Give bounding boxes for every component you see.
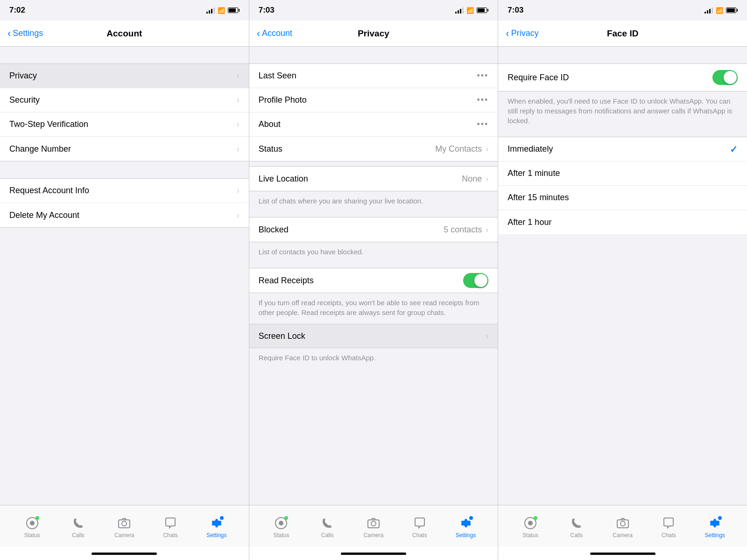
require-faceid-toggle[interactable] (712, 70, 738, 85)
screen-lock-label: Screen Lock (259, 331, 305, 341)
privacy-main-list: Last Seen ••• Profile Photo ••• About ••… (249, 63, 498, 161)
signal-2 (455, 7, 464, 14)
tab-bars: Status Calls Camera (0, 505, 747, 547)
tab-status-1[interactable]: Status (18, 516, 46, 539)
live-location-label: Live Location (259, 174, 308, 184)
request-account-label: Request Account Info (9, 186, 89, 196)
tab-bar-3: Status Calls Camera (498, 505, 747, 547)
time-2: 7:03 (259, 6, 275, 15)
last-seen-dots: ••• (477, 71, 488, 81)
back-arrow-account: ‹ (257, 28, 260, 39)
tab-chats-3[interactable]: Chats (655, 516, 683, 539)
camera-icon-3 (616, 516, 630, 530)
spacer-3b (498, 132, 747, 137)
tab-status-3[interactable]: Status (516, 516, 544, 539)
change-number-item[interactable]: Change Number › (0, 137, 249, 161)
status-icon-1 (25, 516, 39, 530)
tab-calls-2[interactable]: Calls (313, 516, 341, 539)
camera-label-1: Camera (114, 532, 134, 539)
request-account-item[interactable]: Request Account Info › (0, 179, 249, 203)
screen-lock-desc: Require Face ID to unlock WhatsApp. (249, 348, 498, 369)
last-seen-item[interactable]: Last Seen ••• (249, 64, 498, 88)
security-value: › (237, 95, 240, 105)
status-label-2: Status (273, 532, 289, 539)
status-privacy-value: My Contacts (435, 144, 482, 154)
two-step-label: Two-Step Verification (9, 119, 88, 129)
after-15min-option[interactable]: After 15 minutes (498, 186, 747, 210)
status-icons-1: 📶 (206, 7, 240, 14)
live-location-desc: List of chats where you are sharing your… (249, 191, 498, 212)
back-label-settings: Settings (13, 28, 43, 38)
security-item[interactable]: Security › (0, 88, 249, 112)
after-1min-label: After 1 minute (507, 168, 560, 178)
camera-icon-1 (117, 516, 131, 530)
blocked-item[interactable]: Blocked 5 contacts › (249, 217, 498, 242)
status-item[interactable]: Status My Contacts › (249, 137, 498, 161)
back-to-privacy[interactable]: ‹ Privacy (506, 28, 538, 39)
home-bar-3 (590, 553, 655, 555)
tab-calls-3[interactable]: Calls (563, 516, 591, 539)
change-number-value: › (237, 144, 240, 154)
calls-icon-3 (570, 516, 584, 530)
spacer-2a (249, 47, 498, 63)
chats-icon-1 (163, 516, 177, 530)
after-1hr-option[interactable]: After 1 hour (498, 210, 747, 234)
tab-chats-1[interactable]: Chats (156, 516, 184, 539)
screen-lock-item[interactable]: Screen Lock › (249, 324, 498, 348)
tab-camera-1[interactable]: Camera (110, 516, 138, 539)
chats-icon-3 (662, 516, 676, 530)
tab-settings-1[interactable]: Settings (203, 516, 231, 539)
about-item[interactable]: About ••• (249, 112, 498, 137)
settings-icon-1 (210, 516, 224, 530)
live-location-chevron: › (486, 174, 488, 184)
camera-label-2: Camera (364, 532, 384, 539)
delete-account-label: Delete My Account (9, 210, 79, 220)
back-to-settings[interactable]: ‹ Settings (7, 28, 43, 39)
nav-bar-faceid: ‹ Privacy Face ID (498, 21, 747, 46)
status-icon-2 (274, 516, 288, 530)
last-seen-value: ••• (477, 71, 488, 81)
tab-settings-3[interactable]: Settings (701, 516, 729, 539)
privacy-item[interactable]: Privacy › (0, 64, 249, 88)
read-receipts-toggle[interactable] (463, 273, 488, 288)
live-location-list: Live Location None › (249, 166, 498, 191)
read-receipts-item: Read Receipts (249, 268, 498, 293)
immediately-option[interactable]: Immediately ✓ (498, 137, 747, 161)
calls-label-1: Calls (72, 532, 85, 539)
blocked-label: Blocked (259, 225, 289, 235)
tab-settings-2[interactable]: Settings (452, 516, 480, 539)
require-faceid-label: Require Face ID (507, 73, 569, 83)
back-to-account[interactable]: ‹ Account (257, 28, 292, 39)
tab-bar-2: Status Calls Camera (249, 505, 499, 547)
chats-icon-2 (413, 516, 427, 530)
back-arrow-settings: ‹ (7, 28, 11, 39)
calls-label-3: Calls (571, 532, 583, 539)
read-receipts-label: Read Receipts (259, 276, 314, 286)
home-indicator-2 (249, 547, 499, 560)
back-label-privacy: Privacy (511, 28, 539, 38)
spacer-2d (249, 263, 498, 268)
home-indicator-3 (498, 547, 747, 560)
nav-bar-privacy: ‹ Account Privacy (249, 21, 499, 46)
settings-label-3: Settings (705, 532, 725, 539)
privacy-label: Privacy (9, 71, 37, 81)
change-number-chevron: › (237, 144, 240, 154)
tab-chats-2[interactable]: Chats (406, 516, 434, 539)
delete-account-value: › (237, 210, 240, 220)
two-step-item[interactable]: Two-Step Verification › (0, 112, 249, 137)
tab-calls-1[interactable]: Calls (64, 516, 92, 539)
tab-status-2[interactable]: Status (267, 516, 295, 539)
profile-photo-item[interactable]: Profile Photo ••• (249, 88, 498, 112)
status-label-3: Status (522, 532, 538, 539)
privacy-title: Privacy (358, 28, 389, 39)
profile-photo-value: ••• (477, 95, 488, 105)
status-value: My Contacts › (435, 144, 488, 154)
tab-camera-3[interactable]: Camera (609, 516, 637, 539)
status-privacy-label: Status (259, 144, 282, 154)
delete-account-item[interactable]: Delete My Account › (0, 203, 249, 227)
svg-point-5 (279, 521, 283, 525)
after-1min-option[interactable]: After 1 minute (498, 161, 747, 186)
live-location-item[interactable]: Live Location None › (249, 167, 498, 191)
status-bars: 7:02 📶 7:03 📶 (0, 0, 747, 21)
tab-camera-2[interactable]: Camera (359, 516, 388, 539)
